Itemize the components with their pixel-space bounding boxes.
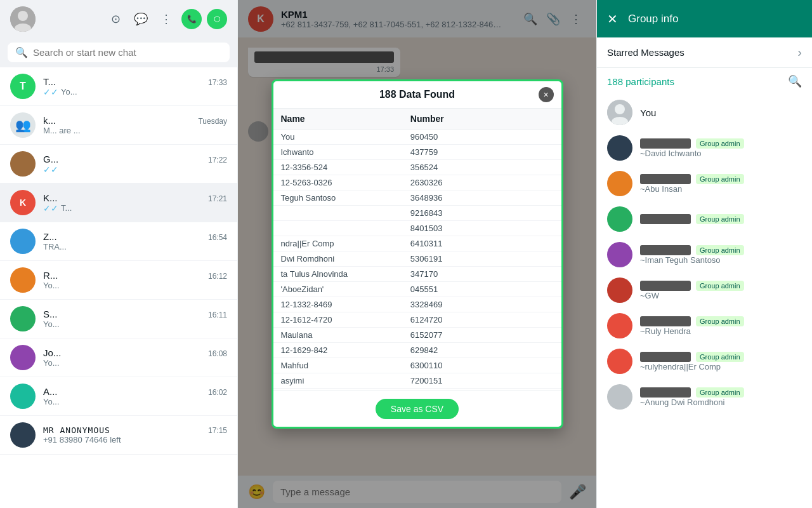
cell-name: Maulana [273,328,403,343]
chat-time: 16:08 [208,349,227,358]
participant-item[interactable]: Group admin ~rulyhendra||Er Comp [597,344,812,379]
list-item[interactable]: S... 16:11 Yo... [0,300,237,338]
status-icon-btn[interactable]: ⊙ [105,9,126,29]
table-row: 'AboeZidan'045551 [273,282,561,297]
chat-time: 17:33 [208,78,227,87]
chat-time: 16:02 [208,388,227,397]
modal-header: 188 Data Found × [273,81,561,109]
list-item[interactable]: Jo... 16:08 Yo... [0,338,237,377]
table-row: 12-1629-842629842 [273,343,561,358]
modal-title: 188 Data Found [379,89,455,100]
chat-name: k... [43,115,56,126]
cell-name: 12-5263-0326 [273,175,403,190]
chat-name: R... [43,270,58,281]
cell-name: ndra||Er Comp [273,236,403,251]
chat-name: K... [43,192,58,203]
participant-subtitle: ~Anung Dwi Romdhoni [640,398,802,407]
participant-item[interactable]: Group admin ~David Ichwanto [597,130,812,166]
avatar: T [10,74,36,99]
search-participants-btn[interactable]: 🔍 [788,74,802,88]
participant-item[interactable]: Group admin [597,201,812,237]
cell-number: 6300110 [403,358,561,373]
chat-preview: Yo... [43,397,227,406]
list-item[interactable]: A... 16:02 Yo... [0,377,237,416]
avatar: 👥 [10,112,36,138]
avatar [607,100,632,125]
admin-badge: Group admin [696,316,744,326]
menu-icon-btn[interactable]: ⋮ [156,9,176,29]
user-avatar[interactable] [10,6,36,32]
avatar: K [10,190,36,215]
avatar [10,422,36,448]
cell-name: 12-1612-4720 [273,312,403,328]
cell-name: You [273,130,403,145]
participants-count: 188 participants [607,76,674,87]
participants-header: 188 participants 🔍 [597,68,812,95]
save-csv-button[interactable]: Save as CSV [376,399,459,419]
table-row: Maulana6152077 [273,328,561,343]
chat-time: 16:11 [208,311,227,319]
avatar [607,242,632,267]
chat-name: G... [43,154,58,164]
admin-badge: Group admin [696,214,744,224]
participant-subtitle: ~rulyhendra||Er Comp [640,362,802,371]
participant-subtitle: ~David Ichwanto [640,149,802,158]
avatar [607,171,632,196]
table-row: 12-3356-524356524 [273,160,561,175]
admin-badge: Group admin [696,138,744,149]
cell-number: 6410311 [403,236,561,251]
participant-item[interactable]: Group admin ~Iman Teguh Santoso [597,237,812,272]
list-item[interactable]: T T... 17:33 ✓✓ Yo... [0,67,237,106]
admin-badge: Group admin [696,174,744,184]
chat-preview: M... are ... [43,126,227,135]
cell-name: 'AboeZidan' [273,282,403,297]
right-panel-header: ✕ Group info [597,0,812,37]
list-item[interactable]: 👥 k... Tuesday M... are ... [0,106,237,145]
starred-messages-section[interactable]: Starred Messages › [597,37,812,68]
chevron-icon: › [797,45,802,60]
participant-item[interactable]: Group admin ~Ruly Hendra [597,308,812,344]
avatar [607,277,632,303]
chat-preview: Yo... [43,281,227,290]
participant-subtitle: ~Iman Teguh Santoso [640,255,802,265]
list-item[interactable]: K K... 17:21 ✓✓ T... [0,184,237,222]
chat-time: 17:22 [208,156,227,164]
chat-name: S... [43,309,58,319]
table-row: 8401503 [273,221,561,236]
cell-number: 3648936 [403,190,561,206]
table-row: 9216843 [273,206,561,221]
cell-number: 6152077 [403,328,561,343]
participant-item[interactable]: Group admin ~Anung Dwi Romdhoni [597,379,812,415]
cell-number: 7200151 [403,373,561,389]
avatar [10,229,36,254]
list-item[interactable]: G... 17:22 ✓✓ [0,145,237,184]
col-name-header: Name [273,109,403,130]
list-item[interactable]: R... 16:12 Yo... [0,261,237,300]
search-input[interactable] [33,47,222,58]
participant-item[interactable]: You [597,95,812,130]
chat-preview: +91 83980 74646 left [43,435,227,444]
green-btn-2[interactable]: ⬡ [207,9,227,29]
sidebar-header: ⊙ 💬 ⋮ 📞 ⬡ [0,0,237,37]
admin-badge: Group admin [696,352,744,362]
chat-time: 16:54 [208,233,227,242]
table-row: 12-5263-03262630326 [273,175,561,190]
cell-name [273,221,403,236]
cell-number: 960450 [403,130,561,145]
green-btn-1[interactable]: 📞 [181,9,202,29]
new-chat-icon-btn[interactable]: 💬 [131,9,151,29]
participant-item[interactable]: Group admin ~GW [597,272,812,308]
list-item[interactable]: MR ANONYMOUS 17:15 +91 83980 74646 left [0,416,237,455]
chat-preview: ✓✓ Yo... [43,87,227,97]
cell-name: asyimi [273,373,403,389]
list-item[interactable]: Z... 16:54 TRA... [0,222,237,261]
participant-name: You [640,107,802,118]
table-row: ndra||Er Comp6410311 [273,236,561,251]
modal-close-btn[interactable]: × [539,87,554,102]
chat-preview: ✓✓ [43,164,227,175]
admin-badge: Group admin [696,281,744,291]
cell-name: 12-3356-524 [273,160,403,175]
data-modal: 188 Data Found × Name Number You960450Ic… [272,79,563,429]
close-panel-btn[interactable]: ✕ [607,11,618,27]
participant-item[interactable]: Group admin ~Abu Insan [597,166,812,201]
